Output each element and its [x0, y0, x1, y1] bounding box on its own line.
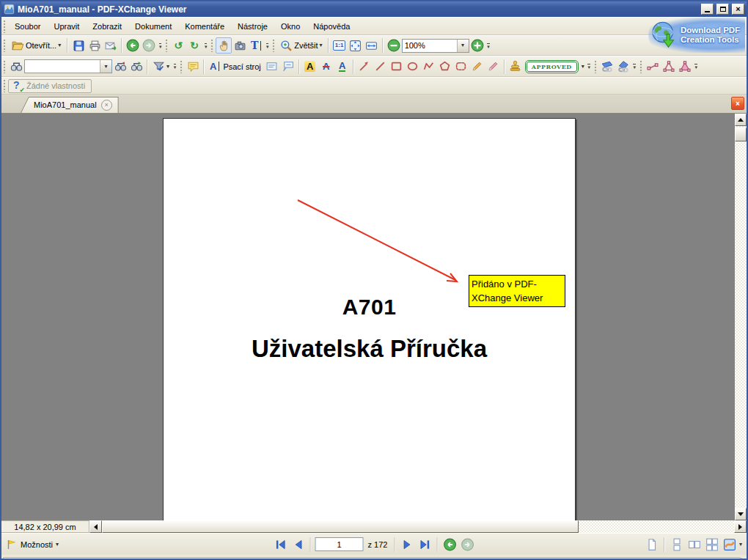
- toolbar-overflow-button[interactable]: ▾: [586, 59, 593, 74]
- fit-width-button[interactable]: [364, 37, 380, 54]
- menu-napoveda[interactable]: Nápověda: [307, 20, 356, 33]
- toolbar-grip[interactable]: [272, 39, 276, 52]
- menu-zobrazit[interactable]: Zobrazit: [86, 20, 128, 33]
- single-page-layout-button[interactable]: [644, 537, 660, 553]
- cloud-tool-button[interactable]: [453, 59, 469, 75]
- snapshot-button[interactable]: [232, 37, 248, 54]
- horizontal-scroll-thumb[interactable]: [102, 520, 579, 533]
- polyline-tool-button[interactable]: [421, 59, 437, 75]
- zoom-level-combobox[interactable]: ▾: [402, 39, 469, 53]
- rotate-left-button[interactable]: ↺: [170, 37, 186, 54]
- find-previous-button[interactable]: [112, 59, 128, 75]
- search-input[interactable]: [25, 61, 100, 72]
- highlight-tool-button[interactable]: A: [302, 59, 318, 75]
- menu-okno[interactable]: Okno: [274, 20, 307, 33]
- underline-tool-button[interactable]: A: [334, 59, 351, 75]
- eraser-tool-button[interactable]: [485, 59, 502, 75]
- scroll-right-button[interactable]: [734, 520, 747, 533]
- view-mode-dropdown-button[interactable]: ▾: [739, 542, 742, 548]
- zoom-level-input[interactable]: [403, 40, 457, 51]
- area-tool-button[interactable]: [677, 59, 693, 75]
- toolbar-overflow-button[interactable]: ▾: [693, 59, 700, 74]
- close-document-button[interactable]: ×: [731, 97, 744, 110]
- zoom-out-button[interactable]: [386, 37, 402, 54]
- toolbar-overflow-button[interactable]: ▾: [264, 38, 271, 53]
- minimize-button[interactable]: [701, 4, 714, 15]
- print-button[interactable]: [87, 37, 103, 54]
- typewriter-tool-button[interactable]: A Psací stroj: [207, 59, 264, 75]
- menu-nastroje[interactable]: Nástroje: [231, 20, 274, 33]
- pencil-tool-button[interactable]: [469, 59, 485, 75]
- filter-button[interactable]: ▾: [150, 59, 172, 75]
- toolbar-grip[interactable]: [3, 20, 7, 33]
- email-button[interactable]: [103, 37, 119, 54]
- toolbar-overflow-button[interactable]: ▾: [157, 38, 164, 53]
- tab-mioa701-manual[interactable]: MioA701_manual ×: [21, 97, 119, 113]
- first-page-button[interactable]: [273, 537, 289, 553]
- toolbar-grip[interactable]: [210, 39, 214, 52]
- toolbar-overflow-button[interactable]: ▾: [485, 38, 492, 53]
- close-button[interactable]: ×: [732, 4, 744, 15]
- polygon-tool-button[interactable]: [437, 59, 453, 75]
- search-combobox[interactable]: ▾: [24, 59, 112, 73]
- last-page-button[interactable]: [417, 537, 433, 553]
- sticky-note-tool-button[interactable]: [185, 59, 201, 75]
- find-next-button[interactable]: [128, 59, 144, 75]
- toolbar-overflow-button[interactable]: ▾: [631, 59, 638, 74]
- zoom-in-tool-button[interactable]: Zvětšit ▾: [277, 37, 325, 54]
- zoom-level-dropdown-button[interactable]: ▾: [457, 40, 469, 52]
- search-button[interactable]: [8, 59, 24, 75]
- options-button[interactable]: Možnosti ▾: [1, 537, 63, 552]
- toolbar-grip[interactable]: [639, 60, 643, 73]
- save-button[interactable]: [70, 37, 87, 54]
- open-button[interactable]: Otevřít... ▾: [8, 37, 65, 54]
- toolbar-grip[interactable]: [3, 79, 7, 92]
- continuous-facing-layout-button[interactable]: [704, 537, 720, 553]
- view-mode-button[interactable]: [722, 537, 738, 553]
- perimeter-tool-button[interactable]: [661, 59, 677, 75]
- callout-tool-button[interactable]: [280, 59, 296, 75]
- scroll-left-button[interactable]: [89, 520, 102, 533]
- toolbar-grip[interactable]: [180, 60, 183, 73]
- strikeout-tool-button[interactable]: A: [318, 59, 334, 75]
- vertical-scroll-track[interactable]: [735, 126, 747, 508]
- toolbar-overflow-button[interactable]: ▾: [172, 59, 178, 74]
- page-number-input[interactable]: [315, 537, 364, 551]
- continuous-layout-button[interactable]: [669, 537, 685, 553]
- go-forward-button[interactable]: [141, 37, 157, 54]
- toolbar-grip[interactable]: [165, 39, 169, 52]
- hand-tool-button[interactable]: [216, 37, 232, 54]
- toolbar-grip[interactable]: [3, 60, 7, 73]
- facing-pages-layout-button[interactable]: [686, 537, 703, 553]
- actual-size-button[interactable]: 1:1: [331, 37, 348, 54]
- arrow-tool-button[interactable]: [356, 59, 373, 75]
- rectangle-tool-button[interactable]: [389, 59, 405, 75]
- line-tool-button[interactable]: [373, 59, 389, 75]
- history-back-button[interactable]: [441, 537, 458, 553]
- stamp-dropdown-button[interactable]: ▾: [582, 64, 584, 70]
- horizontal-scroll-track[interactable]: [579, 520, 734, 533]
- download-pdf-creation-tools-badge[interactable]: Download PDF Creation Tools: [648, 18, 745, 53]
- toolbar-grip[interactable]: [3, 39, 7, 52]
- scroll-down-button[interactable]: [735, 508, 747, 520]
- next-page-button[interactable]: [399, 537, 415, 553]
- arrow-annotation[interactable]: [164, 119, 575, 520]
- maximize-button[interactable]: [716, 4, 729, 15]
- tab-close-button[interactable]: ×: [101, 100, 112, 111]
- menu-upravit[interactable]: Upravit: [47, 20, 86, 33]
- distance-tool-button[interactable]: [645, 59, 661, 75]
- rotate-right-button[interactable]: ↻: [186, 37, 202, 54]
- link-quadrilateral-tool-button[interactable]: [615, 59, 631, 75]
- vertical-scroll-thumb[interactable]: [735, 128, 747, 141]
- history-forward-button[interactable]: [459, 537, 475, 553]
- vertical-scrollbar[interactable]: [735, 114, 747, 520]
- oval-tool-button[interactable]: [405, 59, 421, 75]
- stamp-preview-button[interactable]: APPROVED: [524, 59, 580, 75]
- fit-page-button[interactable]: [348, 37, 364, 54]
- typewriter-annotation-note[interactable]: Přidáno v PDF- XChange Viewer: [469, 275, 565, 307]
- link-rectangle-tool-button[interactable]: [599, 59, 615, 75]
- toolbar-overflow-button[interactable]: ▾: [202, 38, 209, 53]
- previous-page-button[interactable]: [290, 537, 307, 553]
- stamp-tool-button[interactable]: [507, 59, 524, 75]
- go-back-button[interactable]: [125, 37, 141, 54]
